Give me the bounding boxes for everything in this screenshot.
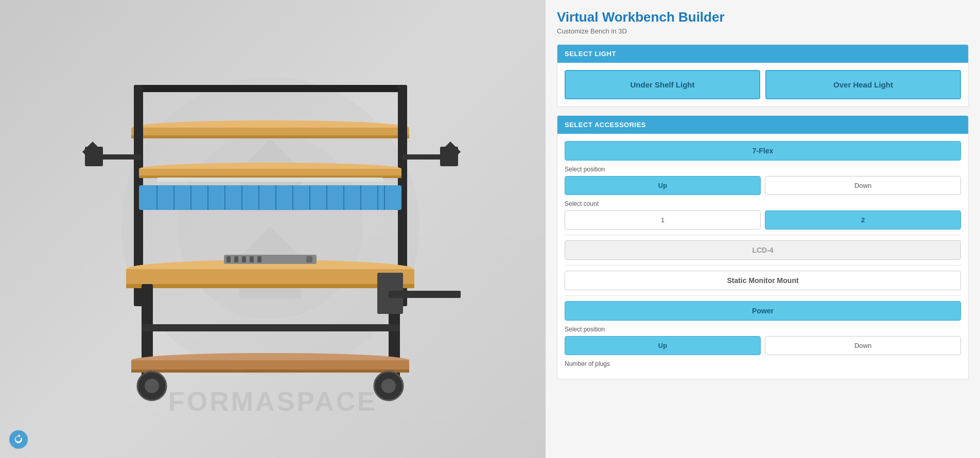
accessories-section-header: SELECT ACCESSORIES (557, 116, 968, 134)
7flex-up-button[interactable]: Up (565, 176, 761, 195)
accessory-static-mount: Static Monitor Mount (565, 271, 961, 290)
app-title: Virtual Workbench Builder (557, 9, 969, 25)
workbench-3d-view (54, 36, 492, 422)
svg-rect-45 (242, 256, 246, 262)
svg-rect-10 (100, 154, 142, 160)
rotate-icon[interactable] (9, 430, 28, 449)
svg-rect-38 (126, 284, 414, 288)
svg-rect-53 (131, 369, 409, 373)
svg-rect-44 (234, 256, 238, 262)
power-plugs-label: Number of plugs (565, 360, 961, 367)
power-down-button[interactable]: Down (765, 336, 961, 355)
accessory-lcd4: LCD-4 (565, 240, 961, 260)
over-head-light-button[interactable]: Over Head Light (765, 70, 961, 99)
power-position-row: Up Down (565, 336, 961, 355)
svg-rect-41 (142, 324, 400, 331)
svg-rect-37 (126, 269, 414, 286)
under-shelf-light-button[interactable]: Under Shelf Light (565, 70, 760, 99)
viewer-panel: FORMASPACE (0, 0, 546, 458)
svg-rect-48 (306, 256, 312, 262)
7flex-down-button[interactable]: Down (765, 176, 961, 195)
light-section: SELECT LIGHT Under Shelf Light Over Head… (557, 44, 969, 107)
svg-point-57 (381, 379, 396, 393)
svg-rect-47 (257, 256, 261, 262)
svg-rect-46 (250, 256, 254, 262)
app-subtitle: Customize Bench in 3D (557, 27, 969, 35)
accessory-power: Power Select position Up Down Number of … (565, 301, 961, 367)
watermark-text: FORMASPACE (168, 386, 377, 417)
7flex-position-label: Select position (565, 166, 961, 173)
light-section-header: SELECT LIGHT (557, 45, 968, 63)
svg-rect-13 (401, 154, 443, 160)
svg-rect-2 (136, 85, 404, 92)
svg-rect-19 (157, 178, 383, 182)
7flex-button[interactable]: 7-Flex (565, 141, 961, 161)
svg-rect-52 (131, 360, 409, 371)
svg-rect-20 (139, 185, 401, 210)
7flex-count-label: Select count (565, 200, 961, 207)
svg-rect-43 (226, 256, 231, 262)
right-panel: Virtual Workbench Builder Customize Benc… (546, 0, 980, 458)
svg-rect-7 (131, 135, 409, 138)
static-mount-button[interactable]: Static Monitor Mount (565, 271, 961, 290)
accessory-7flex: 7-Flex Select position Up Down Select co… (565, 141, 961, 230)
power-position-label: Select position (565, 326, 961, 333)
7flex-position-row: Up Down (565, 176, 961, 195)
power-button[interactable]: Power (565, 301, 961, 321)
light-buttons-row: Under Shelf Light Over Head Light (565, 70, 961, 99)
7flex-count-2-button[interactable]: 2 (765, 210, 961, 230)
7flex-count-1-button[interactable]: 1 (565, 210, 761, 230)
power-up-button[interactable]: Up (565, 336, 761, 355)
lcd4-button[interactable]: LCD-4 (565, 240, 961, 260)
accessories-section: SELECT ACCESSORIES 7-Flex Select positio… (557, 115, 969, 379)
svg-rect-50 (389, 291, 461, 298)
7flex-count-row: 1 2 (565, 210, 961, 230)
svg-point-55 (145, 379, 159, 393)
